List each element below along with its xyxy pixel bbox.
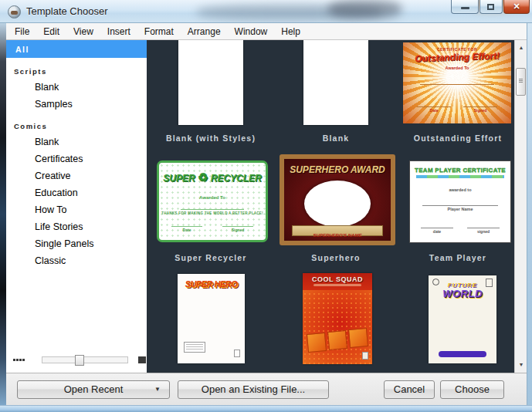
template-label: Blank: [275, 133, 397, 143]
menu-help[interactable]: Help: [274, 25, 307, 39]
signature-line: [181, 209, 244, 210]
slider-thumb[interactable]: [75, 355, 84, 366]
titlebar: Template Chooser ✕: [0, 0, 532, 23]
menu-edit[interactable]: Edit: [36, 25, 66, 39]
sidebar-item-single-panels[interactable]: Single Panels: [6, 235, 147, 252]
thumbnail-size-control: [6, 351, 147, 368]
menu-bar: File Edit View Insert Format Arrange Win…: [2, 23, 530, 40]
template-card-team-player[interactable]: TEAM PLAYER CERTIFICATE awarded to Playe…: [409, 160, 511, 243]
card-text: SUPERHERO'S NAME: [313, 233, 362, 238]
card-text: Awarded To: [403, 66, 511, 70]
card-text: Date: [417, 106, 451, 113]
name-banner: SUPERHERO'S NAME: [292, 225, 383, 236]
subtitle-line: [313, 284, 361, 286]
card-text: awarded to: [410, 187, 510, 192]
sidebar-item-certificates[interactable]: Certificates: [6, 150, 147, 167]
category-sidebar: All Scripts Blank Samples Comics Blank C…: [6, 40, 147, 373]
card-footer: Date Signed: [171, 226, 253, 232]
menu-file[interactable]: File: [8, 25, 36, 39]
scroll-down-icon[interactable]: ▼: [515, 359, 527, 371]
card-text: WORLD: [429, 288, 496, 299]
minimize-button[interactable]: [451, 0, 479, 14]
close-icon: ✕: [504, 2, 529, 12]
vertical-scrollbar[interactable]: ▲ ▼: [514, 40, 527, 373]
open-existing-file-button[interactable]: Open an Existing File...: [178, 380, 329, 399]
card-text: signed: [467, 228, 500, 234]
sidebar-item-comics-blank[interactable]: Blank: [6, 133, 147, 150]
cancel-label: Cancel: [394, 383, 425, 395]
sidebar-item-creative[interactable]: Creative: [6, 167, 147, 184]
card-footer: date signed: [421, 228, 500, 234]
template-card-super-hero-cover[interactable]: SUPER HERO: [178, 274, 245, 363]
maximize-button[interactable]: [479, 0, 503, 14]
template-label: Outstanding Effort: [397, 133, 514, 143]
template-label: Super Recycler: [150, 253, 272, 262]
open-recent-label: Open Recent: [64, 383, 124, 395]
template-card-blank[interactable]: [303, 40, 368, 125]
panel-square: [327, 330, 347, 350]
window-title: Template Chooser: [26, 5, 108, 17]
scrollbar-thumb[interactable]: [516, 68, 526, 96]
sidebar-header-scripts: Scripts: [14, 67, 147, 76]
card-text: Player Name: [410, 207, 510, 211]
template-chooser-window: Template Chooser ✕ File Edit View Insert…: [0, 0, 532, 412]
card-text: Signed: [222, 226, 253, 232]
open-existing-label: Open an Existing File...: [202, 383, 305, 395]
sidebar-item-samples[interactable]: Samples: [6, 96, 147, 113]
choose-button[interactable]: Choose: [440, 380, 504, 399]
card-text: Awarded To: [159, 195, 266, 200]
choose-label: Choose: [455, 383, 490, 395]
menu-format[interactable]: Format: [137, 25, 181, 39]
scrollbar-grip: [517, 79, 525, 83]
open-recent-button[interactable]: Open Recent ▼: [17, 380, 170, 399]
template-card-blank-with-styles[interactable]: [178, 40, 243, 125]
window-border-bottom: [0, 405, 532, 412]
window-controls: ✕: [450, 0, 530, 14]
template-card-future-world[interactable]: FUTURE WORLD: [429, 275, 496, 363]
card-text: SUPER: [163, 173, 195, 184]
sidebar-header-comics: Comics: [14, 122, 147, 130]
small-size-icon: [13, 359, 25, 361]
panel-square: [348, 328, 368, 348]
thumbnail-size-slider[interactable]: [42, 356, 128, 363]
template-label: Superhero: [275, 253, 397, 262]
menu-window[interactable]: Window: [228, 25, 275, 39]
barcode-mark: [362, 352, 368, 360]
sidebar-item-all[interactable]: All: [6, 40, 147, 58]
caption-box: [184, 342, 205, 353]
card-footer: Date Signed: [417, 106, 497, 113]
template-card-cool-squad[interactable]: COOL SQUAD: [303, 273, 372, 364]
card-text: Outstanding Effort!: [403, 50, 511, 65]
recycle-icon: ♻: [198, 171, 208, 184]
card-text: TEAM PLAYER CERTIFICATE: [410, 167, 510, 174]
wallpaper-smudge: [328, 0, 402, 19]
sidebar-item-education[interactable]: Education: [6, 184, 147, 201]
window-border-right: [527, 23, 532, 405]
sidebar-item-life-stories[interactable]: Life Stories: [6, 218, 147, 235]
chevron-down-icon: ▼: [154, 381, 161, 398]
footer-bar: Open Recent ▼ Open an Existing File... C…: [2, 373, 530, 405]
card-text: SUPER HERO: [178, 279, 245, 289]
menu-view[interactable]: View: [66, 25, 100, 39]
large-size-icon: [138, 356, 146, 363]
card-text: date: [421, 228, 453, 234]
menu-insert[interactable]: Insert: [100, 25, 137, 39]
scroll-up-icon[interactable]: ▲: [515, 42, 527, 54]
sidebar-item-scripts-blank[interactable]: Blank: [6, 79, 147, 96]
minimize-icon: [461, 7, 469, 9]
menu-arrange[interactable]: Arrange: [181, 25, 228, 39]
card-text: RECYCLER: [211, 173, 262, 184]
sidebar-item-how-to[interactable]: How To: [6, 201, 147, 218]
window-border-left: [0, 23, 6, 405]
sidebar-item-classic[interactable]: Classic: [6, 252, 147, 269]
template-card-super-recycler[interactable]: SUPER ♻ RECYCLER Awarded To THANKS FOR M…: [157, 160, 268, 242]
template-card-superhero[interactable]: SUPERHERO AWARD SUPERHERO'S NAME: [280, 154, 395, 245]
bottom-banner: [439, 351, 486, 357]
dialog-body: All Scripts Blank Samples Comics Blank C…: [6, 40, 527, 373]
template-grid: CERTIFICATE FOR Outstanding Effort! Awar…: [147, 40, 514, 373]
cancel-button[interactable]: Cancel: [384, 380, 435, 399]
card-text: COOL SQUAD: [303, 275, 372, 283]
signature-line: [420, 84, 494, 85]
template-card-outstanding-effort[interactable]: CERTIFICATE FOR Outstanding Effort! Awar…: [403, 42, 511, 123]
close-button[interactable]: ✕: [503, 0, 530, 14]
